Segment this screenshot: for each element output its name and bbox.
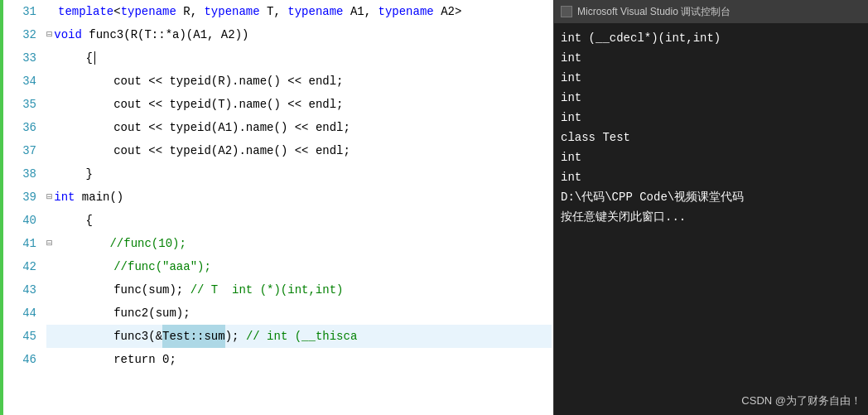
code-token: typeid bbox=[169, 93, 210, 116]
line-number: 45 bbox=[10, 325, 36, 348]
text-cursor bbox=[94, 51, 95, 65]
code-token: << bbox=[142, 116, 170, 139]
code-token: A1, bbox=[344, 0, 379, 23]
code-line: //func("aaa"); bbox=[46, 255, 552, 278]
code-line: ⊟ //func(10); bbox=[46, 232, 552, 255]
code-token: func(sum); bbox=[113, 278, 190, 302]
code-token: (T) bbox=[211, 93, 232, 116]
line-number: 44 bbox=[10, 302, 36, 325]
code-line: { bbox=[46, 46, 552, 70]
line-numbers: 31323334353637383940414243444546 bbox=[3, 0, 43, 415]
code-token: T, bbox=[260, 0, 288, 23]
console-line: int bbox=[561, 88, 861, 108]
collapse-icon[interactable]: ⊟ bbox=[46, 232, 52, 255]
code-token: typename bbox=[287, 0, 343, 23]
code-token: typeid bbox=[169, 139, 210, 162]
code-token: typeid bbox=[169, 70, 210, 93]
console-window-icon bbox=[561, 6, 572, 17]
console-line: int bbox=[561, 48, 861, 68]
code-token: int bbox=[54, 186, 75, 209]
code-token: < bbox=[113, 0, 120, 23]
code-token: cout bbox=[113, 70, 142, 93]
code-token: .name() bbox=[239, 116, 287, 139]
code-line: func2(sum); bbox=[46, 302, 552, 325]
code-line: cout << typeid(T).name() << endl; bbox=[46, 93, 552, 116]
code-token: endl bbox=[309, 70, 337, 93]
console-line: int bbox=[561, 108, 861, 128]
code-token: << bbox=[281, 70, 309, 93]
line-number: 35 bbox=[10, 93, 36, 116]
code-token: (R) bbox=[211, 70, 232, 93]
code-token: << bbox=[142, 139, 170, 162]
code-token: // int (__thisca bbox=[246, 325, 357, 348]
code-token: return 0; bbox=[113, 348, 176, 371]
code-token: << bbox=[287, 139, 316, 162]
console-line: int (__cdecl*)(int,int) bbox=[561, 28, 861, 48]
code-token: main() bbox=[75, 186, 123, 209]
code-line: { bbox=[46, 209, 552, 232]
code-content[interactable]: template<typename R, typename T, typenam… bbox=[43, 0, 555, 415]
code-token: ; bbox=[336, 70, 343, 93]
line-number: 32 bbox=[10, 23, 36, 46]
line-number: 37 bbox=[10, 139, 36, 162]
code-token: //func(10); bbox=[109, 232, 186, 255]
console-line: D:\代码\CPP Code\视频课堂代码 bbox=[561, 187, 861, 207]
console-output: int (__cdecl*)(int,int)intintintintclass… bbox=[554, 23, 868, 387]
line-number: 33 bbox=[10, 46, 36, 70]
code-token: endl bbox=[309, 93, 337, 116]
line-number: 34 bbox=[10, 70, 36, 93]
console-titlebar: Microsoft Visual Studio 调试控制台 bbox=[554, 0, 868, 23]
code-token: typename bbox=[121, 0, 176, 23]
code-line: cout << typeid(R).name() << endl; bbox=[46, 70, 552, 93]
line-number: 36 bbox=[10, 116, 36, 139]
console-line: int bbox=[561, 68, 861, 88]
console-line: int bbox=[561, 167, 861, 187]
code-token: cout bbox=[113, 139, 142, 162]
code-line: } bbox=[46, 162, 552, 186]
code-line: return 0; bbox=[46, 348, 552, 371]
code-line: cout << typeid(A1).name() << endl; bbox=[46, 116, 552, 139]
code-token: func2(sum); bbox=[113, 302, 190, 325]
line-number: 43 bbox=[10, 278, 36, 302]
code-token: << bbox=[142, 93, 170, 116]
line-number: 38 bbox=[10, 162, 36, 186]
code-token: func3(R(T::*a)(A1, A2)) bbox=[82, 23, 249, 46]
console-footer: CSDN @为了财务自由！ bbox=[554, 387, 868, 415]
code-token: << bbox=[281, 93, 309, 116]
code-line: template<typename R, typename T, typenam… bbox=[46, 0, 552, 23]
code-token: << bbox=[287, 116, 316, 139]
code-line: cout << typeid(A2).name() << endl; bbox=[46, 139, 552, 162]
code-editor[interactable]: 31323334353637383940414243444546 templat… bbox=[0, 0, 555, 415]
code-token: << bbox=[142, 70, 170, 93]
code-token: typename bbox=[204, 0, 259, 23]
main-window: 31323334353637383940414243444546 templat… bbox=[0, 0, 868, 415]
code-token: //func("aaa"); bbox=[113, 255, 211, 278]
code-token: (A1) bbox=[211, 116, 239, 139]
code-token: { bbox=[58, 209, 93, 232]
code-token: ; bbox=[336, 93, 343, 116]
collapse-icon[interactable]: ⊟ bbox=[46, 23, 52, 46]
code-token: ; bbox=[344, 139, 350, 162]
code-line: ⊟int main() bbox=[46, 186, 552, 209]
code-token: (A2) bbox=[211, 139, 239, 162]
line-number: 41 bbox=[10, 232, 36, 255]
console-line: int bbox=[561, 147, 861, 167]
code-token: cout bbox=[113, 116, 142, 139]
code-token: R, bbox=[176, 0, 205, 23]
line-number: 31 bbox=[10, 0, 36, 23]
line-number: 40 bbox=[10, 209, 36, 232]
console-title: Microsoft Visual Studio 调试控制台 bbox=[577, 5, 731, 19]
code-token: template bbox=[58, 0, 113, 23]
code-token: Test::sum bbox=[162, 325, 225, 348]
collapse-icon[interactable]: ⊟ bbox=[46, 186, 52, 209]
console-line: class Test bbox=[561, 128, 861, 147]
code-token: func3(& bbox=[113, 325, 162, 348]
line-number: 39 bbox=[10, 186, 36, 209]
code-token: .name() bbox=[232, 93, 281, 116]
code-token: ; bbox=[344, 116, 350, 139]
code-token: A2> bbox=[434, 0, 462, 23]
console-line: 按任意键关闭此窗口... bbox=[561, 207, 861, 227]
code-token: cout bbox=[113, 93, 142, 116]
code-line: ⊟void func3(R(T::*a)(A1, A2)) bbox=[46, 23, 552, 46]
code-token: .name() bbox=[232, 70, 281, 93]
